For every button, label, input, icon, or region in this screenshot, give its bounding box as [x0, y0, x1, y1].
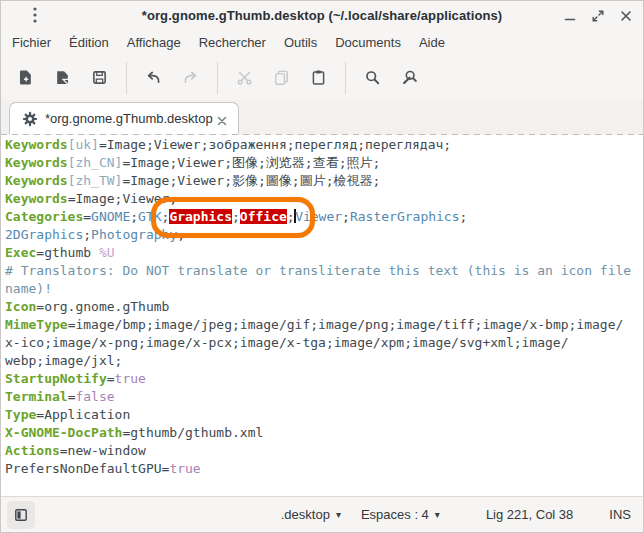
paste-icon [310, 69, 327, 86]
code-line: Type=Application [5, 406, 643, 424]
close-button[interactable] [617, 7, 635, 25]
language-mode-selector[interactable]: .desktop ▾ [279, 503, 343, 526]
menu-item-outils[interactable]: Outils [275, 32, 326, 53]
code-segment: false [75, 389, 114, 404]
code-segment: Categories [5, 209, 83, 224]
code-line: PrefersNonDefaultGPU=true [5, 460, 643, 478]
paste-button[interactable] [301, 61, 336, 95]
code-segment: ; [83, 227, 91, 242]
code-segment: ; [342, 209, 350, 224]
search-match: Graphics [169, 209, 232, 224]
code-segment: ; [130, 209, 138, 224]
find-and-replace-button[interactable] [392, 61, 427, 95]
titlebar[interactable]: *org.gnome.gThumb.desktop (~/.local/shar… [1, 1, 643, 30]
new-document-icon [17, 69, 34, 86]
language-mode-label: .desktop [281, 507, 330, 522]
save-icon [91, 69, 108, 86]
code-segment: true [115, 371, 146, 386]
menu-item-documents[interactable]: Documents [326, 32, 410, 53]
tab-org-gnome-gthumb-desktop[interactable]: *org.gnome.gThumb.desktop [9, 102, 239, 134]
code-segment: =new-window [60, 443, 146, 458]
code-line: Exec=gthumb %U [5, 244, 643, 262]
code-line: Keywords[zh_CN]=Image;Viewer;图像;浏览器;查看;照… [5, 154, 643, 172]
code-segment: MimeType [5, 317, 68, 332]
save-button[interactable] [82, 61, 117, 95]
code-line: x-ico;image/x-png;image/x-pcx;image/x-tg… [5, 334, 643, 352]
restore-button[interactable] [589, 7, 607, 25]
toolbar-separator [217, 62, 218, 94]
menu-item-aide[interactable]: Aide [410, 32, 454, 53]
chevron-down-icon: ▾ [336, 509, 341, 520]
code-segment: Photography [91, 227, 177, 242]
code-line: 2DGraphics;Photography; [5, 226, 643, 244]
code-line: Terminal=false [5, 388, 643, 406]
code-segment: X-GNOME-DocPath [5, 425, 122, 440]
code-segment: GTK [138, 209, 161, 224]
find-button[interactable] [355, 61, 390, 95]
code-segment: Keywords [5, 155, 68, 170]
code-line: StartupNotify=true [5, 370, 643, 388]
code-line: X-GNOME-DocPath=gthumb/gthumb.xml [5, 424, 643, 442]
code-segment: true [169, 461, 200, 476]
code-line: webp;image/jxl; [5, 352, 643, 370]
menu-item-rechercher[interactable]: Rechercher [190, 32, 275, 53]
code-line: Keywords=Image;Viewer; [5, 190, 643, 208]
code-segment: Keywords [5, 137, 68, 152]
code-segment: ; [232, 209, 240, 224]
open-document-button[interactable] [45, 61, 80, 95]
code-line: Keywords[zh_TW]=Image;Viewer;影像;圖像;圖片;檢視… [5, 172, 643, 190]
code-segment: ; [460, 209, 468, 224]
code-segment: Type [5, 407, 36, 422]
open-document-icon [54, 69, 71, 86]
code-segment: %U [99, 245, 115, 260]
find-replace-icon [401, 69, 418, 86]
gear-icon [22, 111, 38, 127]
redo-button [173, 61, 208, 95]
code-line: Categories=GNOME;GTK;Graphics;Office;Vie… [5, 208, 643, 226]
code-line: Icon=org.gnome.gThumb [5, 298, 643, 316]
menu-item-edition[interactable]: Édition [60, 32, 118, 53]
side-panel-toggle-button[interactable] [7, 501, 35, 529]
copy-button [264, 61, 299, 95]
code-segment: [zh_CN] [68, 155, 123, 170]
code-segment: Icon [5, 299, 36, 314]
redo-icon [182, 69, 199, 86]
code-segment: Keywords [5, 191, 68, 206]
undo-button[interactable] [136, 61, 171, 95]
text-editor-area[interactable]: Keywords[uk]=Image;Viewer;зображення;пер… [1, 135, 643, 496]
code-line: name)! [5, 280, 643, 298]
status-bar: .desktop ▾ Espaces : 4 ▾ Lig 221, Col 38… [1, 496, 643, 532]
code-segment: =gthumb [36, 245, 99, 260]
undo-icon [145, 69, 162, 86]
code-segment: = [107, 371, 115, 386]
code-segment: =org.gnome.gThumb [36, 299, 169, 314]
code-segment: Exec [5, 245, 36, 260]
code-segment: =Image;Viewer;зображення;перегляд;перегл… [99, 137, 451, 152]
code-segment: GNOME [91, 209, 130, 224]
new-document-button[interactable] [8, 61, 43, 95]
tab-close-icon[interactable] [216, 113, 228, 125]
code-segment: 2DGraphics [5, 227, 83, 242]
code-segment: Terminal [5, 389, 68, 404]
find-icon [364, 69, 381, 86]
toolbar [1, 55, 643, 100]
code-segment: =gthumb/gthumb.xml [122, 425, 263, 440]
code-segment: # Translators: Do NOT translate or trans… [5, 263, 631, 278]
search-match: Office [240, 209, 287, 224]
code-segment: name)! [5, 281, 52, 296]
code-segment: x-ico;image/x-png;image/x-pcx;image/x-tg… [5, 335, 569, 350]
code-segment: = [83, 209, 91, 224]
menu-item-affichage[interactable]: Affichage [118, 32, 190, 53]
menu-item-fichier[interactable]: Fichier [3, 32, 60, 53]
code-segment: Viewer [295, 209, 342, 224]
window-menu-dots-icon[interactable] [27, 4, 43, 26]
statusbar-right-group: .desktop ▾ Espaces : 4 ▾ Lig 221, Col 38… [279, 503, 633, 526]
toolbar-separator [345, 62, 346, 94]
tab-width-selector[interactable]: Espaces : 4 ▾ [359, 503, 442, 526]
cursor-position-indicator: Lig 221, Col 38 [486, 507, 573, 522]
insert-mode-indicator: INS [609, 507, 631, 522]
window-title: *org.gnome.gThumb.desktop (~/.local/shar… [1, 8, 643, 23]
code-line: Keywords[uk]=Image;Viewer;зображення;пер… [5, 136, 643, 154]
code-segment: webp;image/jxl; [5, 353, 122, 368]
minimize-button[interactable] [561, 7, 579, 25]
